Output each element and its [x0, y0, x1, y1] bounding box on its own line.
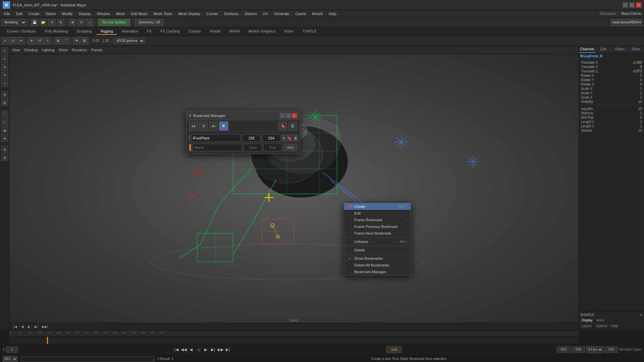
ctx-delete-all[interactable]: Delete All Bookmarks	[344, 262, 411, 268]
tool-rotate[interactable]: ↺	[36, 37, 43, 45]
transport-go-end[interactable]: ▶|	[225, 346, 231, 353]
tab-curves-surfaces[interactable]: Curves / Surfaces	[3, 28, 40, 35]
left-curve-tool[interactable]: ⌒	[1, 110, 8, 118]
tab-turtle[interactable]: TURTLE	[298, 28, 321, 35]
tool-lasso[interactable]: ⊙	[9, 37, 17, 45]
bm-action-btn-3[interactable]: 🗑	[293, 134, 298, 142]
bm-add-button[interactable]: Add	[283, 144, 297, 151]
tool-move[interactable]: ✛	[28, 37, 35, 45]
playback-end-input[interactable]	[572, 347, 585, 353]
bm-end-input[interactable]	[262, 134, 280, 142]
left-layer-tool[interactable]: ⊞	[1, 154, 8, 161]
menu-uv[interactable]: UV	[260, 11, 271, 16]
shapes-expand[interactable]: ▼	[640, 313, 643, 317]
transport-prev-frame[interactable]: ◀	[188, 346, 195, 353]
menu-mesh-tools[interactable]: Mesh Tools	[151, 11, 175, 16]
viewport-inner[interactable]: Cam1	[9, 54, 579, 323]
menu-edit[interactable]: Edit	[13, 11, 25, 16]
tool-snap-curve[interactable]: ⌒	[62, 37, 70, 45]
tool-paint[interactable]: ✏	[17, 37, 25, 45]
menu-select[interactable]: Select	[43, 11, 59, 16]
tool-select[interactable]: ↖	[1, 37, 9, 45]
left-deform-tool[interactable]: ◈	[1, 134, 8, 142]
shapes-tab-anim[interactable]: Anim	[595, 318, 606, 322]
script-input[interactable]	[20, 356, 155, 362]
transport-next-key[interactable]: ▶▶	[217, 346, 224, 353]
left-snap-tool[interactable]: ⊞	[1, 91, 8, 98]
menu-file[interactable]: File	[1, 11, 13, 16]
transport-play-fwd[interactable]: ▶	[203, 346, 209, 353]
tab-arnold[interactable]: Arnold	[206, 28, 224, 35]
tab-motion-graphics[interactable]: Motion Graphics	[245, 28, 279, 35]
ctx-frame-prev-bookmark[interactable]: Frame Previous Bookmark ›	[344, 223, 411, 230]
toolbar-rotate-btn[interactable]: ↺	[77, 19, 85, 26]
tab-fx[interactable]: FX	[143, 28, 156, 35]
menu-arnold[interactable]: Arnold	[310, 11, 326, 16]
shapes-tab-layers[interactable]: Layers	[580, 324, 593, 328]
bm-btn-bookmark[interactable]: 🔖	[278, 122, 287, 130]
mode-dropdown[interactable]: Modeling Rigging Animation	[1, 19, 26, 26]
vp-playback-end[interactable]: ▶▶|	[41, 325, 50, 328]
left-poly-tool[interactable]: ⬡	[1, 118, 8, 126]
tab-animation[interactable]: Animation	[118, 28, 142, 35]
bm-color-swatch[interactable]	[189, 135, 190, 141]
symmetry-btn[interactable]: Symmetry: Off	[135, 19, 164, 26]
ctx-unframe[interactable]: Unframe Alt+\	[344, 238, 411, 245]
no-live-surface-btn[interactable]: No Live Surface	[98, 19, 130, 26]
transport-go-start[interactable]: |◀	[173, 346, 180, 353]
left-sculpt-tool[interactable]: ⛰	[1, 126, 8, 134]
tab-mash[interactable]: MASH	[225, 28, 244, 35]
vp-play[interactable]: ▶	[26, 325, 32, 328]
bm-add-start-input[interactable]	[244, 144, 262, 151]
ctx-show-bookmarks[interactable]: ✓ Show Bookmarks	[344, 255, 411, 262]
fps-select[interactable]: 24 fps 30 fps	[586, 346, 603, 353]
workspace-value[interactable]: Maya Classic	[620, 12, 643, 15]
menu-display[interactable]: Display	[76, 11, 94, 16]
user-btn[interactable]: mark.tanner¥BW44	[610, 19, 643, 26]
left-rotate-tool[interactable]: ↺	[1, 71, 8, 79]
rp-tab-show[interactable]: Show	[628, 46, 644, 53]
vp-menu-lighting[interactable]: Lighting	[42, 48, 55, 52]
bm-action-btn-2[interactable]: 🔖	[287, 134, 292, 142]
menu-curves[interactable]: Curves	[204, 11, 221, 16]
tool-constraint[interactable]: ⛓	[81, 37, 88, 45]
vp-menu-shading[interactable]: Shading	[24, 48, 38, 52]
bm-minimize-btn[interactable]: –	[280, 113, 285, 118]
tab-custom[interactable]: Custom	[184, 28, 205, 35]
bm-btn-pause[interactable]: ⏸	[199, 122, 208, 130]
tab-fx-caching[interactable]: FX Caching	[156, 28, 183, 35]
bm-name-input[interactable]	[191, 134, 241, 142]
left-move-tool[interactable]: ✛	[1, 63, 8, 71]
current-frame-input[interactable]	[386, 346, 401, 353]
rp-tab-channels[interactable]: Channels	[579, 46, 595, 53]
bm-close-btn[interactable]: ✕	[292, 113, 297, 118]
menu-cache[interactable]: Cache	[293, 11, 309, 16]
bm-add-name-input[interactable]	[193, 144, 242, 151]
left-scale-tool[interactable]: ⤡	[1, 79, 8, 87]
vp-next-frame[interactable]: ▶|	[33, 325, 40, 328]
gamma-select[interactable]: sRGB gamma	[113, 38, 145, 44]
tab-rigging[interactable]: Rigging	[97, 28, 117, 35]
vp-menu-view[interactable]: View	[12, 48, 20, 52]
tab-sculpting[interactable]: Sculpting	[73, 28, 96, 35]
maximize-button[interactable]: □	[629, 2, 635, 8]
menu-generate[interactable]: Generate	[271, 11, 292, 16]
menu-window[interactable]: Window	[94, 11, 113, 16]
toolbar-undo-btn[interactable]: ↺	[48, 19, 56, 26]
bm-btn-eye[interactable]: 👁	[219, 122, 228, 130]
tool-key[interactable]: ⚑	[73, 37, 80, 45]
menu-modify[interactable]: Modify	[59, 11, 75, 16]
bm-btn-rewind[interactable]: ⏮	[189, 122, 198, 130]
left-paint-tool[interactable]: ✏	[1, 55, 8, 63]
toolbar-scale-btn[interactable]: ⤢	[86, 19, 94, 26]
menu-mesh[interactable]: Mesh	[113, 11, 128, 16]
shapes-tab-options[interactable]: Options	[594, 324, 608, 328]
left-constraint-tool[interactable]: ⛓	[1, 99, 8, 106]
vp-menu-panels[interactable]: Panels	[91, 48, 103, 52]
transport-play-back[interactable]: ◁	[195, 346, 202, 353]
rp-tab-edit[interactable]: Edit	[595, 46, 612, 53]
transport-next-frame[interactable]: ▶|	[210, 346, 217, 353]
vp-prev-frame[interactable]: ◀	[20, 325, 25, 328]
bm-add-end-input[interactable]	[263, 144, 282, 151]
tool-scale[interactable]: ⤡	[44, 37, 51, 45]
